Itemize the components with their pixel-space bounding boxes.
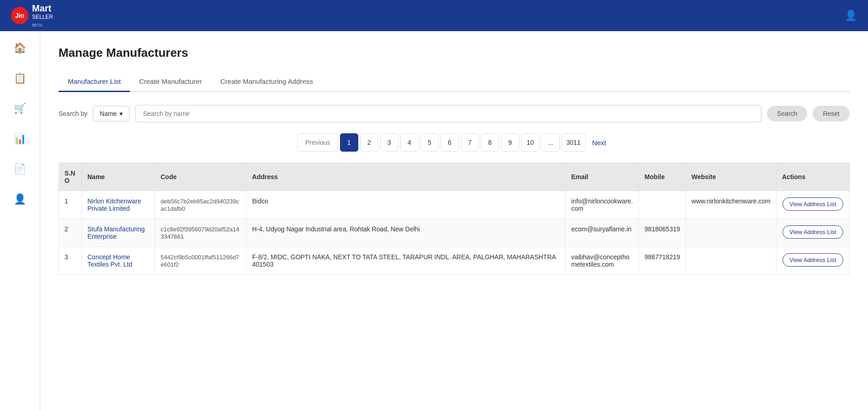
search-by-select[interactable]: Name ▾ [93,106,129,121]
sidebar-reports-icon[interactable]: 📄 [11,159,30,179]
previous-button[interactable]: Previous [297,133,338,152]
cell-email: info@nirloncookware.com [566,191,639,219]
page-button-3[interactable]: 3 [380,133,399,152]
tab-manufacturer-list[interactable]: Manufacturer List [59,73,130,92]
cell-name: Stufa Manufacturing Enterprise [82,219,155,247]
col-header-mobile: Mobile [639,163,686,191]
cell-website [686,219,776,247]
sidebar-cart-icon[interactable]: 🛒 [11,99,30,118]
mart-label: Mart [32,3,51,13]
page-button-7[interactable]: 7 [461,133,479,152]
table-row: 1 Nirlon Kitchenware Private Limited deb… [59,191,850,219]
cell-actions: View Address List [776,191,850,219]
view-address-button[interactable]: View Address List [782,197,843,211]
next-button[interactable]: Next [588,133,611,152]
col-header-address: Address [247,163,566,191]
cell-actions: View Address List [776,247,850,275]
sidebar-profile-icon[interactable]: 👤 [11,190,30,209]
page-title: Manage Manufacturers [59,46,850,60]
search-by-label: Search by [59,110,87,117]
table-row: 2 Stufa Manufacturing Enterprise c1c8e92… [59,219,850,247]
page-ellipsis: ... [541,133,560,152]
sidebar-analytics-icon[interactable]: 📊 [11,129,30,148]
view-address-button[interactable]: View Address List [782,253,843,267]
cell-actions: View Address List [776,219,850,247]
beta-label: BETA [32,23,43,27]
col-header-email: Email [566,163,639,191]
mart-text: Mart SELLER BETA [32,3,53,28]
cell-sno: 1 [59,191,82,219]
sidebar-home-icon[interactable]: 🏠 [11,38,30,58]
page-button-4[interactable]: 4 [400,133,419,152]
cell-sno: 3 [59,247,82,275]
cell-code: deb56c7b2eb85ac2d940239cac1dafb0 [155,191,247,219]
search-button[interactable]: Search [767,106,807,121]
cell-name: Concept Home Textiles Pvt. Ltd [82,247,155,275]
cell-mobile [639,191,686,219]
tabs: Manufacturer List Create Manufacturer Cr… [59,73,850,92]
cell-email: vaibhav@concepthometextiles.com [566,247,639,275]
tab-create-manufacturer[interactable]: Create Manufacturer [130,73,211,92]
pagination: Previous 1 2 3 4 5 6 7 8 9 10 ... 3011 N… [59,133,850,152]
page-button-6[interactable]: 6 [441,133,459,152]
header: Jio Mart SELLER BETA 👤 [0,0,868,31]
page-button-2[interactable]: 2 [360,133,378,152]
manufacturer-table: S.N O Name Code Address Email Mobile Web… [59,163,850,275]
page-button-1[interactable]: 1 [340,133,358,152]
chevron-down-icon: ▾ [119,110,123,117]
cell-website: www.nirlonkitchenware.com [686,191,776,219]
col-header-name: Name [82,163,155,191]
cell-address: F-8/2, MIDC, GOPTI NAKA, NEXT TO TATA ST… [247,247,566,275]
view-address-button[interactable]: View Address List [782,225,843,239]
page-button-last[interactable]: 3011 [561,133,586,152]
cell-name: Nirlon Kitchenware Private Limited [82,191,155,219]
cell-sno: 2 [59,219,82,247]
cell-website [686,247,776,275]
page-button-10[interactable]: 10 [521,133,539,152]
col-header-code: Code [155,163,247,191]
main-content: Manage Manufacturers Manufacturer List C… [40,31,868,410]
cell-mobile: 9867718219 [639,247,686,275]
cell-address: H-4, Udyog Nagar Industrial area, Rohtak… [247,219,566,247]
seller-label: SELLER [32,14,53,20]
sidebar: 🏠 📋 🛒 📊 📄 👤 [0,31,40,410]
tab-create-manufacturing-address[interactable]: Create Manufacturing Address [211,73,322,92]
col-header-website: Website [686,163,776,191]
page-button-5[interactable]: 5 [421,133,439,152]
sidebar-orders-icon[interactable]: 📋 [11,69,30,88]
search-row: Search by Name ▾ Search Reset [59,105,850,122]
cell-code: c1c8e92f3956079d20af52a143347661 [155,219,247,247]
table-row: 3 Concept Home Textiles Pvt. Ltd 5442cf9… [59,247,850,275]
page-button-8[interactable]: 8 [481,133,499,152]
cell-email: ecom@suryaflame.in [566,219,639,247]
page-button-9[interactable]: 9 [501,133,519,152]
col-header-sno: S.N O [59,163,82,191]
reset-button[interactable]: Reset [813,106,850,121]
user-icon[interactable]: 👤 [845,10,857,22]
col-header-actions: Actions [776,163,850,191]
jio-badge: Jio [11,7,28,24]
search-by-value: Name [100,110,117,117]
search-input[interactable] [135,105,761,122]
layout: 🏠 📋 🛒 📊 📄 👤 Manage Manufacturers Manufac… [0,31,868,410]
cell-mobile: 9818065319 [639,219,686,247]
logo: Jio Mart SELLER BETA [11,3,53,28]
cell-code: 5442cf9b5c0001ffaf511266d7e601f2 [155,247,247,275]
cell-address: Bidco [247,191,566,219]
